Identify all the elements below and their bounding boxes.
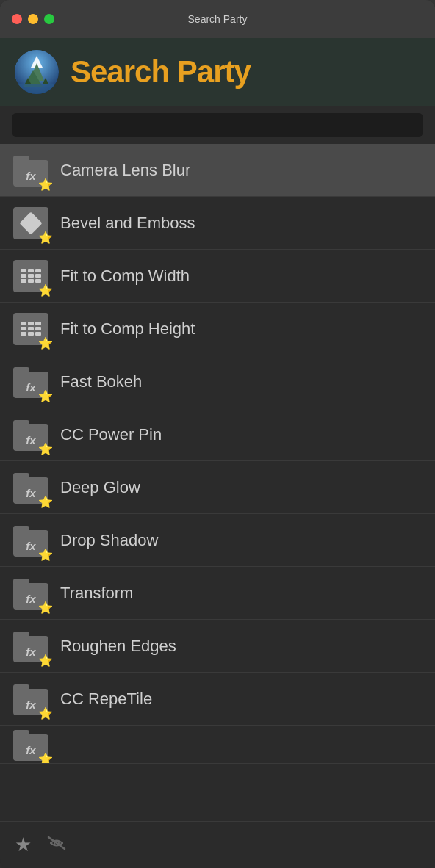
item-label-4: Fast Bokeh <box>60 372 142 391</box>
app-logo <box>15 50 59 94</box>
list-item[interactable]: fx ⭐ Camera Lens Blur <box>0 144 435 197</box>
star-badge: ⭐ <box>38 283 53 298</box>
star-badge: ⭐ <box>38 389 53 404</box>
item-label-7: Drop Shadow <box>60 531 158 550</box>
list-item[interactable]: fx ⭐ CC Power Pin <box>0 408 435 461</box>
search-bar[interactable] <box>12 113 423 137</box>
list-item[interactable]: ⭐ Bevel and Emboss <box>0 197 435 250</box>
list-item[interactable]: fx ⭐ Transform <box>0 567 435 620</box>
item-icon-5: fx ⭐ <box>12 416 50 454</box>
item-label-0: Camera Lens Blur <box>60 161 190 180</box>
item-icon-8: fx ⭐ <box>12 574 50 612</box>
item-label-8: Transform <box>60 584 133 603</box>
star-badge: ⭐ <box>38 442 53 457</box>
item-icon-0: fx ⭐ <box>12 151 50 189</box>
favorites-filter-button[interactable]: ★ <box>15 833 32 856</box>
list-item[interactable]: ⭐ Fit to Comp Height <box>0 303 435 355</box>
star-badge: ⭐ <box>38 601 53 615</box>
window-title: Search Party <box>188 13 248 25</box>
list-item[interactable]: fx ⭐ CC RepeTile <box>0 673 435 726</box>
item-label-5: CC Power Pin <box>60 425 162 444</box>
star-badge: ⭐ <box>38 495 53 510</box>
item-label-6: Deep Glow <box>60 478 140 497</box>
star-badge: ⭐ <box>38 336 53 351</box>
item-icon-7: fx ⭐ <box>12 521 50 560</box>
list-item-partial[interactable]: fx ⭐ <box>0 726 435 764</box>
main-window: Search Party <box>0 0 435 868</box>
star-badge: ⭐ <box>38 752 53 764</box>
item-label-9: Roughen Edges <box>60 637 176 656</box>
item-label-10: CC RepeTile <box>60 690 152 709</box>
star-badge: ⭐ <box>38 231 53 245</box>
app-title: Search Party <box>71 54 251 90</box>
item-icon-3: ⭐ <box>12 310 50 348</box>
list-item[interactable]: fx ⭐ Deep Glow <box>0 461 435 514</box>
item-icon-1: ⭐ <box>12 204 50 242</box>
traffic-lights <box>12 14 54 24</box>
item-icon-partial: fx ⭐ <box>12 726 50 764</box>
list-item[interactable]: fx ⭐ Drop Shadow <box>0 514 435 567</box>
close-button[interactable] <box>12 14 22 24</box>
item-label-1: Bevel and Emboss <box>60 214 195 233</box>
list-item[interactable]: fx ⭐ Fast Bokeh <box>0 355 435 408</box>
search-bar-container <box>0 106 435 144</box>
list-item[interactable]: ⭐ Fit to Comp Width <box>0 250 435 303</box>
item-icon-6: fx ⭐ <box>12 469 50 507</box>
item-label-3: Fit to Comp Height <box>60 319 195 339</box>
item-icon-10: fx ⭐ <box>12 680 50 718</box>
item-icon-4: fx ⭐ <box>12 363 50 401</box>
star-badge: ⭐ <box>38 706 53 721</box>
item-icon-2: ⭐ <box>12 257 50 295</box>
items-list[interactable]: fx ⭐ Camera Lens Blur ⭐ Bevel and Emboss <box>0 144 435 821</box>
item-label-2: Fit to Comp Width <box>60 267 190 286</box>
star-badge: ⭐ <box>38 548 53 563</box>
bottom-bar: ★ <box>0 821 435 868</box>
item-icon-9: fx ⭐ <box>12 627 50 665</box>
minimize-button[interactable] <box>28 14 38 24</box>
title-bar: Search Party <box>0 0 435 38</box>
star-badge: ⭐ <box>38 178 53 192</box>
list-item[interactable]: fx ⭐ Roughen Edges <box>0 620 435 673</box>
eye-slash-icon[interactable] <box>46 835 67 856</box>
star-badge: ⭐ <box>38 654 53 668</box>
app-header: Search Party <box>0 38 435 106</box>
svg-rect-4 <box>15 84 59 94</box>
maximize-button[interactable] <box>44 14 54 24</box>
